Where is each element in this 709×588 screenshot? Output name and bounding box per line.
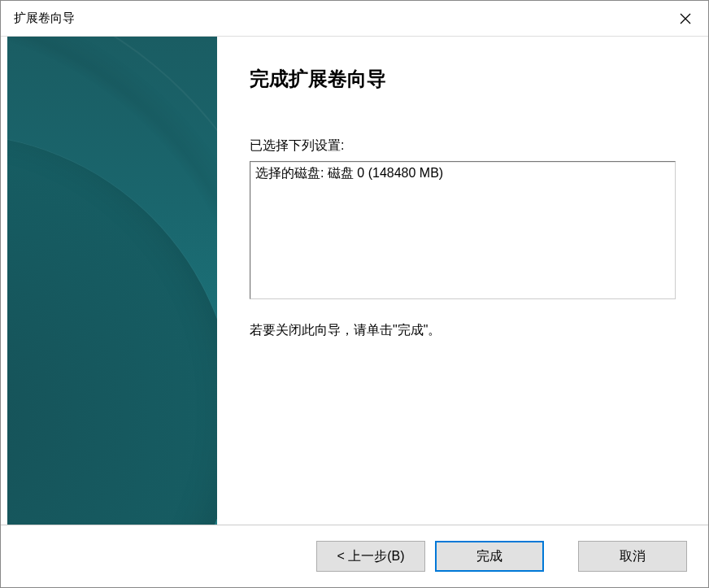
title-bar: 扩展卷向导: [1, 1, 708, 37]
close-button[interactable]: [663, 1, 708, 37]
settings-box: 选择的磁盘: 磁盘 0 (148480 MB): [250, 161, 676, 299]
cancel-button[interactable]: 取消: [578, 541, 687, 572]
page-heading: 完成扩展卷向导: [250, 66, 676, 92]
button-bar: < 上一步(B) 完成 取消: [1, 525, 708, 587]
close-icon: [680, 13, 691, 24]
wizard-side-art: [7, 37, 217, 525]
settings-label: 已选择下列设置:: [250, 137, 676, 155]
wizard-body: 完成扩展卷向导 已选择下列设置: 选择的磁盘: 磁盘 0 (148480 MB)…: [1, 37, 708, 525]
hint-text: 若要关闭此向导，请单击"完成"。: [250, 322, 676, 339]
back-button[interactable]: < 上一步(B): [316, 541, 425, 572]
wizard-content: 完成扩展卷向导 已选择下列设置: 选择的磁盘: 磁盘 0 (148480 MB)…: [217, 37, 708, 525]
finish-button[interactable]: 完成: [435, 541, 544, 572]
settings-line: 选择的磁盘: 磁盘 0 (148480 MB): [255, 165, 670, 182]
window-title: 扩展卷向导: [14, 11, 75, 26]
